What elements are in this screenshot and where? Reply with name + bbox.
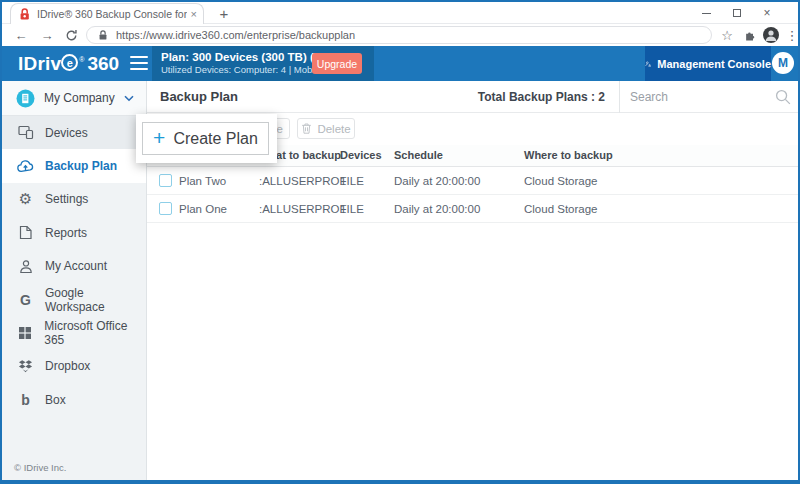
schedule-value: Daily at 20:00:00 — [394, 195, 480, 223]
sidebar-item-my-account[interactable]: My Account — [2, 250, 146, 283]
copyright-footer: © IDrive Inc. — [14, 462, 66, 473]
sidebar: My Company Devices Backup Plan ⚙ Setting… — [2, 81, 147, 482]
plus-icon: + — [153, 127, 165, 148]
plan-name: Plan One — [179, 195, 227, 223]
new-tab-button[interactable]: + — [214, 4, 234, 24]
column-header-devices: Devices — [340, 145, 382, 166]
tab-close-icon[interactable]: × — [191, 9, 197, 20]
person-icon — [17, 259, 34, 274]
minimize-icon — [702, 13, 711, 14]
page-title-bar: Backup Plan Total Backup Plans : 2 — [147, 81, 798, 113]
what-to-backup-value: :ALLUSERPROFILE — [259, 195, 364, 223]
plan-info-box: Plan: 300 Devices (300 TB) (Yearly) Util… — [152, 46, 374, 81]
upgrade-button[interactable]: Upgrade — [312, 53, 362, 74]
management-console-button[interactable]: Management Console — [645, 46, 771, 81]
table-row[interactable]: Plan Two :ALLUSERPROFILE 1 Daily at 20:0… — [147, 167, 798, 195]
lock-icon — [97, 29, 109, 41]
management-console-label: Management Console — [657, 58, 771, 70]
url-text: https://www.idrive360.com/enterprise/bac… — [116, 29, 355, 41]
forward-icon[interactable]: → — [38, 25, 56, 45]
row-checkbox[interactable] — [159, 174, 172, 187]
company-name: My Company — [44, 91, 115, 105]
bookmark-star-icon[interactable]: ☆ — [718, 27, 736, 43]
plan-name: Plan Two — [179, 167, 226, 195]
dropbox-icon — [17, 359, 34, 373]
company-selector[interactable]: My Company — [2, 81, 146, 116]
devices-count: 1 — [340, 167, 346, 195]
sidebar-item-microsoft-office-365[interactable]: Microsoft Office 365 — [2, 316, 146, 349]
address-bar: ← → https://www.idrive360.com/enterprise… — [2, 25, 798, 45]
window-maximize-button[interactable] — [724, 2, 750, 24]
settings-gear-icon: ⚙ — [17, 190, 34, 208]
url-field[interactable]: https://www.idrive360.com/enterprise/bac… — [86, 26, 712, 44]
column-header-where-to-backup: Where to backup — [524, 145, 613, 166]
trash-icon — [301, 122, 312, 135]
total-backup-plans: Total Backup Plans : 2 — [478, 81, 605, 113]
search-icon[interactable] — [775, 89, 791, 109]
company-icon — [16, 89, 35, 108]
search-input[interactable] — [630, 86, 770, 108]
close-icon: × — [763, 7, 770, 19]
browser-tab[interactable]: IDrive® 360 Backup Console for × — [10, 3, 204, 24]
row-checkbox[interactable] — [159, 202, 172, 215]
logo-text-suffix: 360 — [87, 53, 119, 75]
what-to-backup-value: :ALLUSERPROFILE — [259, 167, 364, 195]
hamburger-menu-icon[interactable] — [130, 56, 148, 70]
sidebar-item-settings[interactable]: ⚙ Settings — [2, 183, 146, 216]
browser-menu-dots-icon[interactable]: ⋮ — [783, 27, 800, 43]
sidebar-item-reports[interactable]: Reports — [2, 216, 146, 249]
browser-profile-avatar[interactable] — [763, 27, 779, 43]
office-365-grid-icon — [17, 326, 33, 340]
create-plan-button[interactable]: + Create Plan — [142, 122, 269, 155]
create-plan-callout: + Create Plan — [136, 114, 277, 163]
where-to-backup-value: Cloud Storage — [524, 195, 598, 223]
sidebar-item-google-workspace[interactable]: G Google Workspace — [2, 283, 146, 316]
logo-e-circle: e — [61, 54, 78, 71]
idrive-favicon — [19, 8, 31, 21]
column-header-schedule: Schedule — [394, 145, 443, 166]
devices-count: 1 — [340, 195, 346, 223]
box-b-icon: b — [17, 392, 34, 408]
reports-document-icon — [17, 225, 34, 240]
divider — [619, 81, 620, 113]
app-header: IDrive®360 Plan: 300 Devices (300 TB) (Y… — [2, 46, 798, 81]
table-row[interactable]: Plan One :ALLUSERPROFILE 1 Daily at 20:0… — [147, 195, 798, 223]
extension-puzzle-icon[interactable] — [741, 27, 759, 43]
devices-icon — [17, 125, 34, 140]
delete-button[interactable]: Delete — [297, 118, 355, 139]
google-g-icon: G — [17, 292, 34, 308]
sidebar-item-dropbox[interactable]: Dropbox — [2, 350, 146, 383]
sidebar-item-backup-plan[interactable]: Backup Plan — [2, 149, 146, 182]
backup-plan-cloud-icon — [17, 159, 34, 173]
user-avatar[interactable]: M — [772, 52, 794, 74]
logo-registered-mark: ® — [79, 56, 84, 63]
window-minimize-button[interactable] — [693, 2, 719, 24]
sidebar-item-box[interactable]: b Box — [2, 383, 146, 416]
reload-icon[interactable] — [62, 25, 80, 45]
where-to-backup-value: Cloud Storage — [524, 167, 598, 195]
sidebar-item-devices[interactable]: Devices — [2, 116, 146, 149]
chevron-down-icon — [124, 95, 134, 102]
tab-title: IDrive® 360 Backup Console for — [37, 8, 187, 20]
people-icon — [645, 57, 651, 71]
maximize-icon — [733, 9, 741, 17]
back-icon[interactable]: ← — [12, 25, 30, 45]
tab-strip: IDrive® 360 Backup Console for × + × — [2, 2, 798, 24]
page-title: Backup Plan — [160, 81, 238, 113]
idrive-360-logo: IDrive®360 — [18, 46, 119, 81]
window-close-button[interactable]: × — [754, 2, 780, 24]
browser-window: IDrive® 360 Backup Console for × + × ← →… — [0, 0, 800, 484]
schedule-value: Daily at 20:00:00 — [394, 167, 480, 195]
logo-text-prefix: IDriv — [18, 53, 61, 75]
